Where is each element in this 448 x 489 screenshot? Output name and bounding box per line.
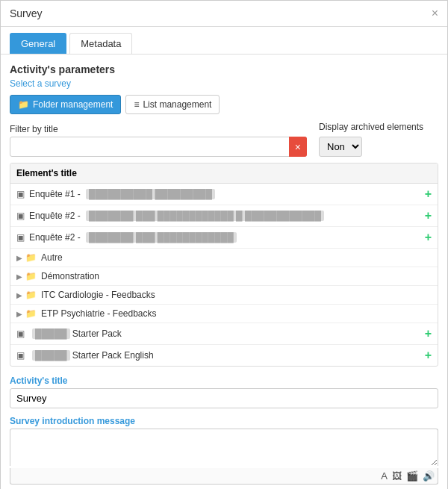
filter-by-title-col: Filter by title × <box>10 124 307 157</box>
table-row: ▣ Enquête #2 - ███████ ███ ████████████ … <box>10 205 438 227</box>
doc-icon: ▣ <box>16 189 25 199</box>
blurred-text: ██████████ █████████ <box>86 189 215 199</box>
display-archived-col: Display archived elements Non Oui <box>319 122 438 157</box>
folder-icon: 📁 <box>25 290 37 300</box>
row-text: Démonstration <box>41 271 432 281</box>
intro-message-section: Survey introduction message A 🖼 🎬 🔊 <box>10 416 438 485</box>
toolbar-icons: A 🖼 🎬 🔊 <box>10 468 438 485</box>
tab-metadata[interactable]: Metadata <box>69 33 132 54</box>
add-button[interactable]: + <box>425 187 432 201</box>
close-x-button[interactable]: × <box>432 7 438 20</box>
activity-title-label: Activity's title <box>10 376 438 386</box>
table-row: ▣ Enquête #2 - ███████ ███ ████████████ … <box>10 227 438 249</box>
list-management-button[interactable]: ≡ List management <box>125 95 220 114</box>
doc-icon: ▣ <box>16 211 25 221</box>
text-icon[interactable]: A <box>381 470 388 482</box>
row-text: Enquête #2 - ███████ ███ ████████████ █ … <box>29 211 425 221</box>
add-button[interactable]: + <box>425 209 432 222</box>
elements-header: Element's title <box>10 163 438 184</box>
add-button[interactable]: + <box>425 327 432 340</box>
activity-title-input[interactable] <box>10 388 438 408</box>
activity-params-heading: Activity's parameters <box>10 63 438 75</box>
blurred-text: ███████ ███ ████████████ █ ████████████ <box>86 211 324 221</box>
filter-row: Filter by title × Display archived eleme… <box>10 122 438 157</box>
filter-input[interactable] <box>10 137 307 157</box>
filter-input-wrap: × <box>10 137 307 157</box>
intro-textarea[interactable] <box>10 429 438 466</box>
video-icon[interactable]: 🎬 <box>406 470 418 482</box>
folder-icon: 📁 <box>18 99 29 110</box>
tabs-bar: General Metadata <box>1 27 447 54</box>
expand-arrow-icon: ▶ <box>16 272 22 281</box>
intro-message-label: Survey introduction message <box>10 416 438 426</box>
list-management-label: List management <box>143 99 211 110</box>
doc-icon: ▣ <box>16 232 25 243</box>
table-row: ▣ █████ Starter Pack English + <box>10 345 438 366</box>
modal-title: Survey <box>10 7 43 19</box>
expand-arrow-icon: ▶ <box>16 310 22 318</box>
audio-icon[interactable]: 🔊 <box>423 470 435 482</box>
modal-body: Activity's parameters Select a survey 📁 … <box>1 54 447 489</box>
folder-icon: 📁 <box>25 271 37 281</box>
blurred-text: █████ <box>32 328 70 339</box>
management-buttons: 📁 Folder management ≡ List management <box>10 95 438 114</box>
row-text: Enquête #2 - ███████ ███ ████████████ <box>29 232 425 243</box>
select-survey-label[interactable]: Select a survey <box>10 78 438 89</box>
folder-management-button[interactable]: 📁 Folder management <box>10 95 121 114</box>
display-archived-label: Display archived elements <box>319 122 423 132</box>
row-text: Enquête #1 - ██████████ █████████ <box>29 189 425 199</box>
add-button[interactable]: + <box>425 349 432 362</box>
blurred-text: ███████ ███ ████████████ <box>86 232 237 243</box>
elements-table: Element's title ▣ Enquête #1 - █████████… <box>10 163 438 367</box>
table-row: ▣ █████ Starter Pack + <box>10 323 438 345</box>
add-button[interactable]: + <box>425 231 432 244</box>
expand-arrow-icon: ▶ <box>16 254 22 262</box>
table-row: ▶ 📁 Démonstration <box>10 267 438 286</box>
folder-icon: 📁 <box>25 252 37 263</box>
expand-arrow-icon: ▶ <box>16 291 22 299</box>
list-icon: ≡ <box>134 99 139 110</box>
row-text: █████ Starter Pack English <box>29 350 425 361</box>
doc-icon: ▣ <box>16 350 25 361</box>
tab-general[interactable]: General <box>10 33 66 54</box>
row-text: █████ Starter Pack <box>29 328 425 339</box>
activity-title-section: Activity's title <box>10 376 438 408</box>
clear-filter-button[interactable]: × <box>289 137 307 157</box>
display-archived-select[interactable]: Non Oui <box>319 137 362 157</box>
survey-modal: Survey × General Metadata Activity's par… <box>0 0 448 489</box>
table-row: ▶ 📁 Autre <box>10 249 438 267</box>
filter-label: Filter by title <box>10 124 307 134</box>
folder-management-label: Folder management <box>33 99 113 110</box>
table-row: ▶ 📁 ITC Cardiologie - Feedbacks <box>10 286 438 305</box>
table-row: ▣ Enquête #1 - ██████████ █████████ + <box>10 184 438 205</box>
modal-header: Survey × <box>1 1 447 27</box>
folder-icon: 📁 <box>25 308 37 319</box>
row-text: ETP Psychiatrie - Feedbacks <box>41 308 432 319</box>
row-text: Autre <box>41 252 432 263</box>
image-icon[interactable]: 🖼 <box>392 470 402 482</box>
table-row: ▶ 📁 ETP Psychiatrie - Feedbacks <box>10 305 438 323</box>
display-archived-select-wrap: Non Oui <box>319 137 362 157</box>
row-text: ITC Cardiologie - Feedbacks <box>41 290 432 300</box>
blurred-text: █████ <box>32 350 70 361</box>
doc-icon: ▣ <box>16 328 25 339</box>
